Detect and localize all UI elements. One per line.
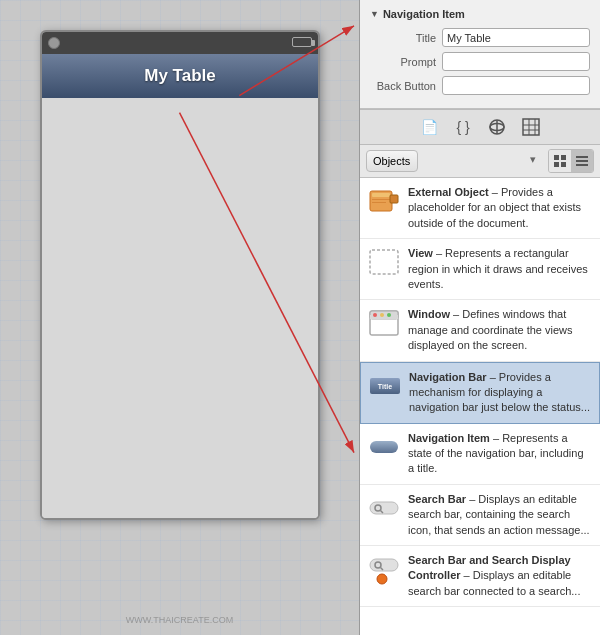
window-text: Window – Defines windows that manage and… (408, 307, 592, 353)
svg-rect-23 (370, 250, 398, 274)
svg-text:Title: Title (378, 383, 392, 390)
searchdisplay-text: Search Bar and Search Display Controller… (408, 553, 592, 599)
svg-rect-21 (372, 202, 386, 203)
section-title: Navigation Item (370, 8, 590, 20)
view-icon (368, 246, 400, 278)
navitem-text: Navigation Item – Represents a state of … (408, 431, 592, 477)
inspector-toolbar: 📄 { } (360, 109, 600, 145)
searchbar-icon (368, 492, 400, 524)
table-icon[interactable] (520, 116, 542, 138)
navitem-icon (368, 431, 400, 463)
watermark: WWW.THAICREATE.COM (126, 615, 233, 625)
device-top-bar (42, 32, 318, 54)
external-object-text: External Object – Provides a placeholder… (408, 185, 592, 231)
objects-dropdown[interactable]: Objects (366, 150, 418, 172)
svg-point-29 (387, 313, 391, 317)
svg-rect-12 (561, 155, 566, 160)
battery-icon (292, 37, 312, 47)
view-text: View – Represents a rectangular region i… (408, 246, 592, 292)
device-frame: My Table (40, 30, 320, 520)
svg-point-39 (377, 574, 387, 584)
file-icon[interactable]: 📄 (418, 116, 440, 138)
prompt-label: Prompt (370, 56, 442, 68)
searchdisplay-icon (368, 553, 400, 585)
grid-view-button[interactable] (549, 150, 571, 172)
external-object-icon (368, 185, 400, 217)
svg-rect-36 (370, 559, 398, 571)
navbar-text: Navigation Bar – Provides a mechanism fo… (409, 370, 591, 416)
code-icon[interactable]: { } (452, 116, 474, 138)
svg-rect-14 (561, 162, 566, 167)
svg-rect-13 (554, 162, 559, 167)
list-item[interactable]: External Object – Provides a placeholder… (360, 178, 600, 239)
svg-rect-16 (576, 160, 588, 162)
svg-rect-15 (576, 156, 588, 158)
navbar-icon: Title (369, 370, 401, 402)
view-toggle (548, 149, 594, 173)
svg-rect-22 (390, 195, 398, 203)
title-row: Title (370, 28, 590, 47)
object-icon[interactable] (486, 116, 508, 138)
backbutton-input[interactable] (442, 76, 590, 95)
svg-rect-33 (370, 502, 398, 514)
title-label: Title (370, 32, 442, 44)
searchbar-text: Search Bar – Displays an editable search… (408, 492, 592, 538)
backbutton-label: Back Button (370, 80, 442, 92)
svg-rect-11 (554, 155, 559, 160)
svg-rect-19 (372, 193, 390, 197)
list-item[interactable]: Search Bar and Search Display Controller… (360, 546, 600, 607)
nav-title: My Table (144, 66, 215, 86)
svg-rect-20 (372, 199, 390, 200)
objects-bar: Objects (360, 145, 600, 178)
prompt-input[interactable] (442, 52, 590, 71)
svg-rect-32 (370, 441, 398, 453)
inspector-panel: Navigation Item Title Prompt Back Button… (360, 0, 600, 635)
list-view-button[interactable] (571, 150, 593, 172)
properties-section: Navigation Item Title Prompt Back Button (360, 0, 600, 109)
svg-point-27 (373, 313, 377, 317)
svg-rect-6 (523, 119, 539, 135)
backbutton-row: Back Button (370, 76, 590, 95)
objects-dropdown-wrapper: Objects (366, 150, 542, 172)
list-item[interactable]: Title Navigation Bar – Provides a mechan… (360, 362, 600, 424)
window-icon (368, 307, 400, 339)
title-input[interactable] (442, 28, 590, 47)
list-item[interactable]: Navigation Item – Represents a state of … (360, 424, 600, 485)
objects-list: External Object – Provides a placeholder… (360, 178, 600, 635)
canvas-panel: My Table WWW.THAICREATE.COM (0, 0, 360, 635)
close-button[interactable] (48, 37, 60, 49)
content-area (42, 98, 318, 518)
prompt-row: Prompt (370, 52, 590, 71)
list-item[interactable]: Window – Defines windows that manage and… (360, 300, 600, 361)
svg-point-28 (380, 313, 384, 317)
list-item[interactable]: Search Bar – Displays an editable search… (360, 485, 600, 546)
list-item[interactable]: View – Represents a rectangular region i… (360, 239, 600, 300)
navigation-bar: My Table (42, 54, 318, 98)
svg-rect-17 (576, 164, 588, 166)
